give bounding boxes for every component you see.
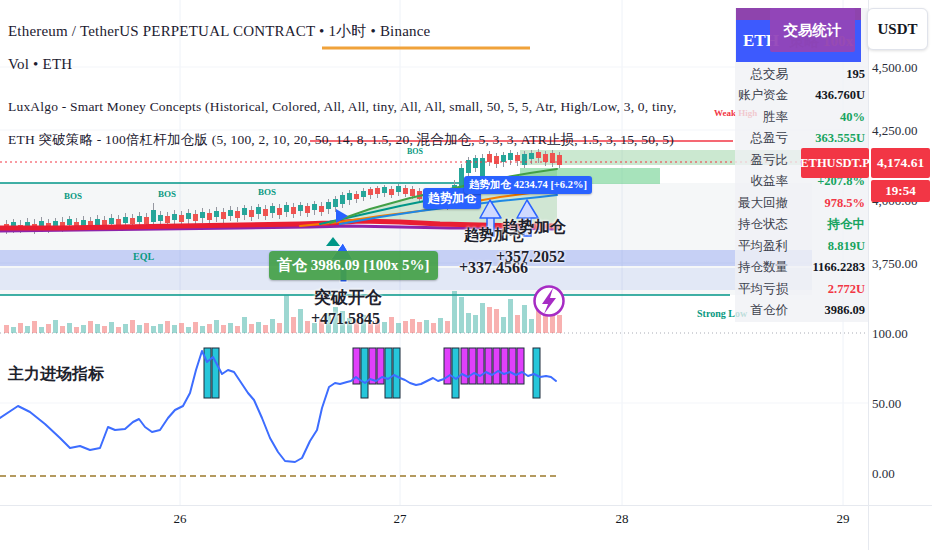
time-scale-border bbox=[0, 505, 932, 506]
price-tick-3,750.00[interactable]: 3,750.00 bbox=[872, 256, 918, 272]
trend-add-value-2: +357.2052 bbox=[496, 248, 565, 266]
stat-value: 1166.2283 bbox=[795, 260, 868, 275]
stat-label: 平均亏损 bbox=[735, 281, 795, 298]
bos-label-1: BOS bbox=[64, 191, 82, 201]
stat-label: 首仓价 bbox=[735, 302, 795, 319]
time-tick-26[interactable]: 26 bbox=[174, 511, 187, 527]
osc-tick-50.00[interactable]: 50.00 bbox=[872, 396, 901, 412]
price-tick-4,250.00[interactable]: 4,250.00 bbox=[872, 123, 918, 139]
bos-label-4: BOS bbox=[407, 147, 423, 156]
stat-row-9: 平均盈利8.819U bbox=[735, 236, 868, 256]
stat-label: 收益率 bbox=[735, 173, 795, 190]
stat-row-8: 持仓状态持仓中 bbox=[735, 215, 868, 235]
stat-row-3: 胜率40% bbox=[735, 107, 868, 127]
symbol-title[interactable]: Ethereum / TetherUS PERPETUAL CONTRACT •… bbox=[8, 22, 430, 41]
time-tick-28[interactable]: 28 bbox=[616, 511, 629, 527]
stat-value: 363.555U bbox=[795, 131, 868, 146]
stat-row-10: 持仓数量1166.2283 bbox=[735, 258, 868, 278]
entry-order-badge: 首仓 3986.09 [100x 5%] bbox=[269, 251, 438, 280]
price-tick-4,500.00[interactable]: 4,500.00 bbox=[872, 60, 918, 76]
stat-row-11: 平均亏损2.772U bbox=[735, 279, 868, 299]
breakout-entry-value: +471.5845 bbox=[311, 310, 380, 328]
symbol-price-badge: ETHUSDT.P bbox=[801, 148, 869, 178]
stat-value: 978.5% bbox=[795, 196, 868, 211]
stat-label: 盈亏比 bbox=[735, 152, 795, 169]
stat-label: 持仓数量 bbox=[735, 259, 795, 276]
bos-label-2: BOS bbox=[158, 189, 176, 199]
volume-legend[interactable]: Vol • ETH bbox=[8, 56, 72, 73]
stat-label: 账户资金 bbox=[735, 87, 795, 104]
stat-value: 436.760U bbox=[795, 88, 868, 103]
stat-label: 最大回撤 bbox=[735, 195, 795, 212]
stat-value: 195 bbox=[795, 67, 868, 82]
stat-row-12: 首仓价3986.09 bbox=[735, 301, 868, 321]
stat-row-7: 最大回撤978.5% bbox=[735, 193, 868, 213]
stat-value: 40% bbox=[795, 110, 868, 125]
breakout-entry-label: 突破开仓 bbox=[314, 286, 382, 309]
stat-row-2: 账户资金436.760U bbox=[735, 86, 868, 106]
osc-tick-100.00[interactable]: 100.00 bbox=[872, 326, 908, 342]
stats-panel-title: 交易统计 bbox=[770, 8, 855, 52]
trend-add-badge-big: 趋势加仓 4234.74 [+6.2%] bbox=[464, 176, 592, 194]
countdown-badge: 19:54 bbox=[871, 180, 930, 202]
stat-label: 持仓状态 bbox=[735, 216, 795, 233]
stat-label: 平均盈利 bbox=[735, 238, 795, 255]
stat-value: 3986.09 bbox=[795, 303, 868, 318]
stat-label: 总交易 bbox=[735, 66, 795, 83]
stat-value: 2.772U bbox=[795, 282, 868, 297]
stat-row-4: 总盈亏363.555U bbox=[735, 129, 868, 149]
stat-value: 持仓中 bbox=[795, 216, 868, 233]
currency-toggle-button[interactable]: USDT bbox=[867, 8, 928, 50]
stat-row-1: 总交易195 bbox=[735, 64, 868, 84]
time-tick-27[interactable]: 27 bbox=[394, 511, 407, 527]
stat-label: 胜率 bbox=[735, 109, 795, 126]
time-tick-29[interactable]: 29 bbox=[837, 511, 850, 527]
trend-add-label-2: 趋势加仓 bbox=[502, 217, 566, 238]
eql-label: EQL bbox=[133, 251, 154, 262]
oscillator-title: 主力进场指标 bbox=[8, 364, 104, 385]
osc-tick-0.00[interactable]: 0.00 bbox=[872, 466, 895, 482]
trading-chart-window: Ethereum / TetherUS PERPETUAL CONTRACT •… bbox=[0, 0, 932, 550]
stat-value: 8.819U bbox=[795, 239, 868, 254]
last-price-badge: 4,174.61 bbox=[871, 148, 930, 178]
indicator-legend-luxalgo[interactable]: LuxAlgo - Smart Money Concepts (Historic… bbox=[8, 99, 676, 115]
bos-label-3: BOS bbox=[258, 187, 276, 197]
indicator-legend-strategy[interactable]: ETH 突破策略 - 100倍杠杆加仓版 (5, 100, 2, 10, 20,… bbox=[8, 131, 674, 149]
stat-label: 总盈亏 bbox=[735, 130, 795, 147]
